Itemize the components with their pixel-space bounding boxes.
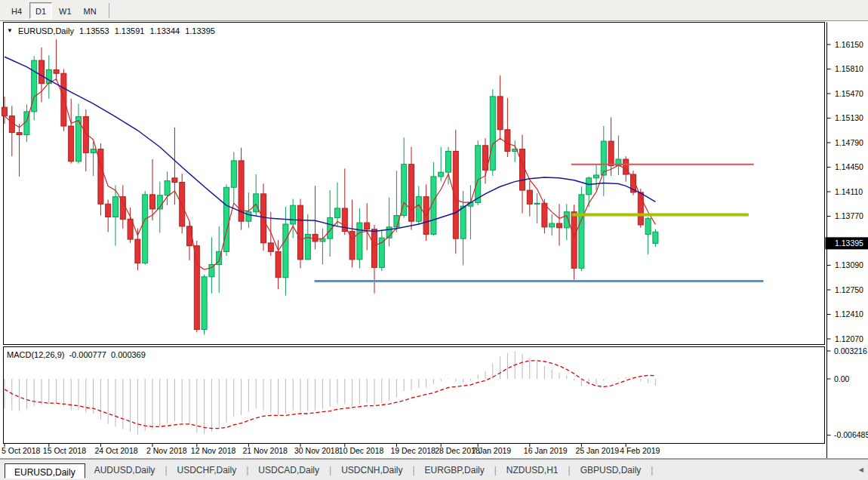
current-price-badge-value: 1.13395 <box>835 238 863 248</box>
symbol-dropdown-icon[interactable]: ▼ <box>7 28 13 34</box>
timeframe-toolbar: H4D1W1MN <box>0 0 868 21</box>
macd-axis-label: 0.00 <box>834 374 850 383</box>
timeframe-button-H4[interactable]: H4 <box>5 2 28 19</box>
price-axis-label: 1.14110 <box>835 187 863 196</box>
tab-eurgbp-daily[interactable]: EURGBP,Daily <box>416 462 494 478</box>
time-axis[interactable]: 5 Oct 201815 Oct 201824 Oct 20182 Nov 20… <box>2 444 660 455</box>
price-axis-label: 1.13770 <box>835 211 863 220</box>
bar-low-value: 1.13344 <box>149 26 180 35</box>
time-axis-label: 7 Jan 2019 <box>472 446 511 455</box>
time-axis-label: 12 Nov 2018 <box>191 446 236 455</box>
bar-close-value: 1.13395 <box>185 26 215 35</box>
tab-eurusd-daily[interactable]: EURUSD,Daily <box>5 463 85 478</box>
symbol-name: EURUSD,Daily <box>18 26 74 35</box>
tab-usdcnh-daily[interactable]: USDCNH,Daily <box>332 462 411 478</box>
tab-audusd-daily[interactable]: AUDUSD,Daily <box>85 462 165 478</box>
price-axis-label: 1.14790 <box>835 138 863 147</box>
time-axis-label: 5 Oct 2018 <box>2 446 41 455</box>
time-axis-label: 2 Nov 2018 <box>146 446 187 455</box>
price-axis-label: 1.12750 <box>835 285 863 294</box>
time-axis-label: 15 Oct 2018 <box>43 446 86 455</box>
bar-open-value: 1.13553 <box>79 26 109 35</box>
time-axis-label: 19 Dec 2018 <box>390 446 436 455</box>
time-axis-label: 16 Jan 2019 <box>524 446 568 455</box>
time-axis-label: 4 Feb 2019 <box>620 446 660 455</box>
price-axis-label: 1.16150 <box>835 40 863 49</box>
time-axis-label: 21 Nov 2018 <box>242 446 288 455</box>
timeframe-button-MN[interactable]: MN <box>78 2 102 19</box>
timeframe-button-D1[interactable]: D1 <box>29 2 52 19</box>
trading-terminal-window: 1.161501.158101.154701.151301.147901.144… <box>0 0 868 480</box>
tab-gbpusd-daily[interactable]: GBPUSD,Daily <box>571 462 651 478</box>
time-axis-label: 30 Nov 2018 <box>294 446 340 455</box>
macd-axis-label: 0.003216 <box>834 346 867 355</box>
macd-axis-label: -0.006485 <box>834 430 868 439</box>
tab-separator: | <box>650 465 654 475</box>
price-axis-label: 1.15810 <box>835 64 863 73</box>
price-axis[interactable]: 1.161501.158101.154701.151301.147901.144… <box>826 23 868 459</box>
time-axis-label: 10 Dec 2018 <box>339 446 384 455</box>
macd-signal-value: 0.000369 <box>111 350 146 359</box>
chart-tab-bar: EURUSD,DailyAUDUSD,Daily|USDCHF,Daily|US… <box>0 459 868 480</box>
price-axis-label: 1.15470 <box>835 89 863 98</box>
time-axis-label: 24 Oct 2018 <box>94 446 137 455</box>
tab-usdchf-daily[interactable]: USDCHF,Daily <box>168 462 246 478</box>
chart-canvas[interactable]: 1.161501.158101.154701.151301.147901.144… <box>0 0 868 480</box>
tab-usdcad-daily[interactable]: USDCAD,Daily <box>249 462 328 478</box>
timeframe-button-W1[interactable]: W1 <box>54 2 77 19</box>
price-axis-label: 1.14450 <box>835 162 863 171</box>
price-axis-label: 1.12070 <box>835 334 863 343</box>
macd-indicator-header: MACD(12,26,9) -0.000777 0.000369 <box>7 350 146 359</box>
price-axis-label: 1.13090 <box>835 260 863 269</box>
tab-scroll-left-icon[interactable]: ◀ <box>859 466 863 473</box>
bar-high-value: 1.13591 <box>115 26 145 35</box>
macd-pane[interactable] <box>4 347 825 444</box>
macd-axis[interactable]: 0.0032160.00-0.006485 <box>827 346 868 440</box>
toolbar-separator <box>109 3 109 18</box>
tab-nzdusd-h1[interactable]: NZDUSD,H1 <box>497 462 568 478</box>
time-axis-label: 25 Jan 2019 <box>575 446 619 455</box>
price-axis-label: 1.15130 <box>835 113 863 122</box>
macd-main-value: -0.000777 <box>69 350 106 359</box>
price-axis-label: 1.12410 <box>835 309 863 318</box>
symbol-header: ▼ EURUSD,Daily 1.13553 1.13591 1.13344 1… <box>7 26 215 35</box>
macd-label: MACD(12,26,9) <box>7 350 64 359</box>
